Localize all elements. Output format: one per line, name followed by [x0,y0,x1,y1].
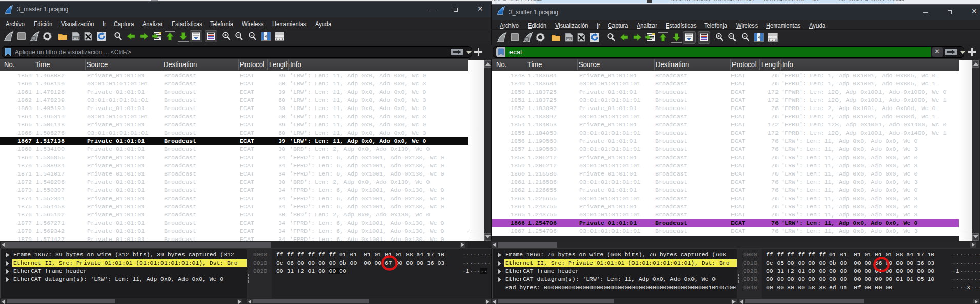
svg-text:=: = [744,35,746,38]
svg-text:2: 2 [772,39,773,41]
svg-text:3: 3 [282,38,283,40]
svg-text:010: 010 [567,37,571,40]
svg-text:010: 010 [74,36,78,39]
svg-text:3: 3 [775,39,777,41]
svg-text:2: 2 [279,38,280,40]
svg-text:1: 1 [276,38,277,40]
svg-text:=: = [251,34,253,37]
svg-text:1: 1 [769,39,770,41]
